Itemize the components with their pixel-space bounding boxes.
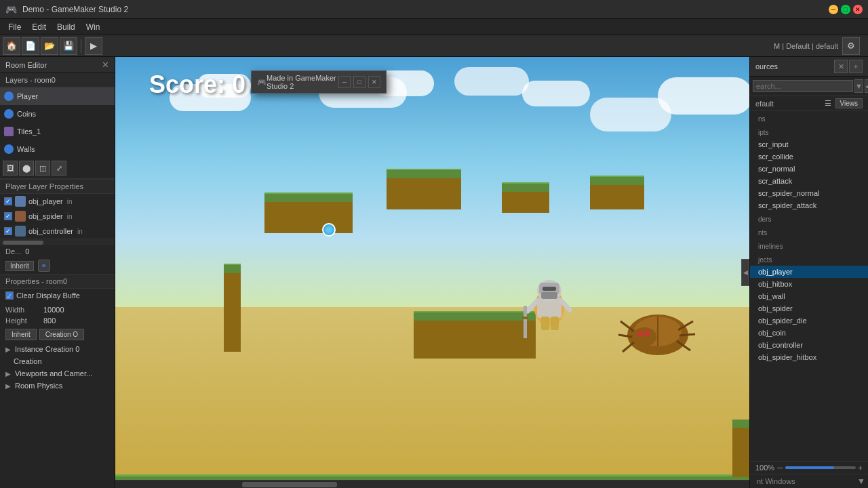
room-physics-row[interactable]: ▶ Room Physics xyxy=(0,380,115,392)
views-button[interactable]: Views xyxy=(835,98,863,108)
resource-scr-spider-attack[interactable]: scr_spider_attack xyxy=(750,199,868,211)
maximize-button[interactable]: □ xyxy=(841,5,850,14)
right-panel: ources ✕ + ▼ ◀ ▶ efault ☰ Views ns ipts … xyxy=(749,57,868,488)
zoom-plus-icon[interactable]: + xyxy=(859,464,863,472)
layer-player[interactable]: Player xyxy=(0,87,115,105)
menu-win[interactable]: Win xyxy=(81,21,106,33)
toolbar-open[interactable]: 📂 xyxy=(41,37,58,55)
menu-build[interactable]: Build xyxy=(52,21,81,33)
inherit-room-button[interactable]: Inherit xyxy=(5,329,37,340)
width-label: Width xyxy=(5,306,39,314)
instance-icon-controller xyxy=(15,226,26,237)
layer-coins[interactable]: Coins xyxy=(0,105,115,123)
zoom-slider[interactable] xyxy=(785,466,856,469)
search-input[interactable] xyxy=(753,80,853,92)
instance-id-player: in xyxy=(67,198,73,205)
resource-scr-attack[interactable]: scr_attack xyxy=(750,175,868,187)
resource-obj-hitbox[interactable]: obj_hitbox xyxy=(750,278,868,290)
main-layout: Room Editor ✕ Layers - room0 Player Coin… xyxy=(0,57,868,488)
toolbar-settings[interactable]: ⚙ xyxy=(842,37,860,55)
search-prev-button[interactable]: ◀ xyxy=(865,79,868,93)
layers-header: Layers - room0 xyxy=(0,73,115,87)
layer-tool-layers[interactable]: ◫ xyxy=(35,161,50,176)
clear-display-checkbox[interactable]: ✓ xyxy=(5,291,14,300)
creation-button[interactable]: Creation O xyxy=(39,329,84,340)
instance-icon-spider xyxy=(15,211,26,222)
instance-check-player[interactable]: ✓ xyxy=(4,197,12,205)
selection-dot[interactable] xyxy=(322,223,336,237)
platform-1 xyxy=(264,192,353,233)
inherit-button[interactable]: Inherit xyxy=(5,261,34,271)
popup-close[interactable]: ✕ xyxy=(368,76,380,88)
scrollbar-thumb[interactable] xyxy=(3,241,43,245)
resource-section-ns: ns xyxy=(750,111,868,125)
window-title: Demo - GameMaker Studio 2 xyxy=(22,5,823,14)
right-panel-close[interactable]: ✕ xyxy=(834,60,848,73)
resource-section-imelines: imelines xyxy=(750,239,868,252)
filter-row: efault ☰ Views xyxy=(750,96,868,111)
toolbar-save[interactable]: 💾 xyxy=(60,37,77,55)
layer-tool-transform[interactable]: ⤢ xyxy=(52,161,66,176)
search-dropdown-button[interactable]: ▼ xyxy=(854,79,863,93)
depth-label: De... xyxy=(5,247,21,256)
instance-creation-row[interactable]: ▶ Instance Creation 0 xyxy=(0,343,115,355)
popup-window: 🎮 Made in GameMaker Studio 2 ─ □ ✕ xyxy=(251,70,387,94)
resource-scr-spider-normal[interactable]: scr_spider_normal xyxy=(750,187,868,199)
horizontal-scrollbar[interactable] xyxy=(0,239,115,245)
bottom-tab-windows[interactable]: nt Windows xyxy=(753,476,800,487)
layer-tiles[interactable]: Tiles_1 xyxy=(0,123,115,140)
instance-check-controller[interactable]: ✓ xyxy=(4,227,12,235)
popup-maximize[interactable]: □ xyxy=(353,76,366,88)
bottom-scroll-thumb[interactable] xyxy=(242,482,337,487)
runtime-label: M | Default | default xyxy=(774,42,838,50)
resource-scr-normal[interactable]: scr_normal xyxy=(750,163,868,175)
resource-obj-spider[interactable]: obj_spider xyxy=(750,302,868,314)
creation-tab-row[interactable]: Creation xyxy=(0,355,115,367)
instance-obj-player[interactable]: ✓ obj_player in xyxy=(0,194,115,209)
viewports-row[interactable]: ▶ Viewports and Camer... xyxy=(0,367,115,380)
resource-scr-collide[interactable]: scr_collide xyxy=(750,150,868,163)
resource-scr-input[interactable]: scr_input xyxy=(750,138,868,150)
bottom-scrollbar[interactable] xyxy=(115,480,749,488)
resource-obj-spider-die[interactable]: obj_spider_die xyxy=(750,314,868,327)
resource-obj-controller[interactable]: obj_controller xyxy=(750,339,868,351)
svg-rect-11 xyxy=(551,317,559,330)
toolbar-play[interactable]: ▶ xyxy=(85,37,102,55)
player-layer-props-title: Player Layer Properties xyxy=(0,179,115,194)
resource-obj-spider-hitbox[interactable]: obj_spider_hitbox xyxy=(750,351,868,363)
right-panel-controls: ✕ + xyxy=(834,60,863,73)
minimize-button[interactable]: ─ xyxy=(829,5,838,14)
layer-name-coins: Coins xyxy=(17,110,36,118)
panel-close-button[interactable]: ✕ xyxy=(102,60,109,70)
toolbar-home[interactable]: 🏠 xyxy=(3,37,20,55)
layer-tool-image[interactable]: 🖼 xyxy=(3,161,18,176)
menu-file[interactable]: File xyxy=(3,21,26,33)
toolbar-new[interactable]: 📄 xyxy=(22,37,39,55)
resource-section-nts: nts xyxy=(750,225,868,239)
player-layer-props-label: Player Layer Properties xyxy=(5,182,83,190)
instance-obj-spider[interactable]: ✓ obj_spider in xyxy=(0,209,115,224)
chain-icon[interactable]: ⚭ xyxy=(38,260,50,272)
views-icon: ☰ xyxy=(825,99,831,108)
inherit-row: Inherit ⚭ xyxy=(0,258,115,274)
instance-check-spider[interactable]: ✓ xyxy=(4,212,12,220)
resource-obj-wall[interactable]: obj_wall xyxy=(750,290,868,302)
resource-obj-player[interactable]: obj_player xyxy=(750,266,868,278)
menu-edit[interactable]: Edit xyxy=(26,21,52,33)
filter-label: efault xyxy=(755,100,821,108)
right-panel-add[interactable]: + xyxy=(849,60,863,73)
depth-value: 0 xyxy=(25,247,29,256)
instance-obj-controller[interactable]: ✓ obj_controller in xyxy=(0,224,115,239)
popup-minimize[interactable]: ─ xyxy=(338,76,351,88)
svg-rect-4 xyxy=(541,292,557,299)
panel-collapse-arrow[interactable]: ◀ xyxy=(741,259,749,286)
room-editor-title: Room Editor xyxy=(5,61,47,69)
resource-obj-coin[interactable]: obj_coin xyxy=(750,327,868,339)
layer-name-tiles: Tiles_1 xyxy=(17,127,41,136)
layer-walls[interactable]: Walls xyxy=(0,140,115,158)
bottom-tab-arrow[interactable]: ▼ xyxy=(857,476,865,486)
layer-tool-circle[interactable]: ⬤ xyxy=(19,161,34,176)
zoom-minus-icon[interactable]: ─ xyxy=(777,464,783,472)
layer-dot-walls xyxy=(4,144,14,154)
close-button[interactable]: ✕ xyxy=(853,5,863,14)
